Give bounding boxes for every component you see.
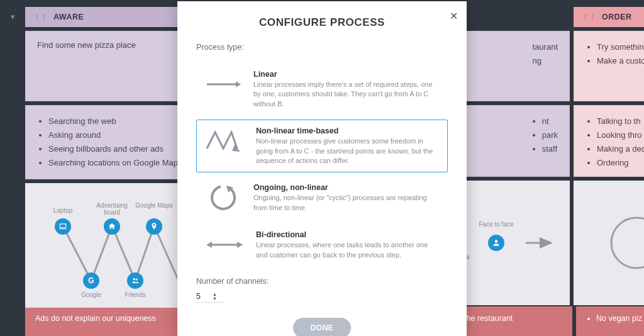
option-bidirectional[interactable]: Bi-directionalLinear processes, where on… bbox=[196, 223, 448, 267]
option-desc: Linear processes imply there's a set of … bbox=[253, 80, 440, 109]
option-title: Ongoing, non-linear bbox=[253, 183, 440, 192]
zigzag-arrow-icon bbox=[204, 126, 245, 155]
option-nonlinear-time-based[interactable]: Non-linear time-basedNon-linear processe… bbox=[196, 120, 448, 172]
number-stepper[interactable]: ▲▼ bbox=[213, 292, 217, 301]
process-type-label: Process type: bbox=[196, 43, 448, 52]
linear-arrow-icon bbox=[204, 70, 242, 99]
chevron-up-icon[interactable]: ▲ bbox=[213, 292, 217, 296]
modal-title: CONFIGURE PROCESS bbox=[196, 16, 448, 29]
modal-overlay: ✕ CONFIGURE PROCESS Process type: Linear… bbox=[0, 0, 644, 336]
option-title: Non-linear time-based bbox=[256, 126, 440, 135]
num-channels-value: 5 bbox=[196, 292, 209, 301]
configure-process-modal: ✕ CONFIGURE PROCESS Process type: Linear… bbox=[177, 1, 467, 336]
double-arrow-icon bbox=[204, 230, 245, 259]
option-title: Bi-directional bbox=[256, 230, 440, 239]
option-desc: Non-linear processes give customers some… bbox=[256, 137, 440, 165]
option-title: Linear bbox=[253, 70, 440, 79]
option-linear[interactable]: LinearLinear processes imply there's a s… bbox=[196, 63, 448, 116]
num-channels-input[interactable]: 5 ▲▼ bbox=[196, 291, 224, 303]
cycle-arrow-icon bbox=[204, 183, 242, 212]
option-ongoing-nonlinear[interactable]: Ongoing, non-linearOngoing, non-linear (… bbox=[196, 176, 448, 220]
svg-point-9 bbox=[208, 182, 239, 213]
option-desc: Ongoing, non-linear (or "cyclic") proces… bbox=[253, 193, 440, 213]
chevron-down-icon[interactable]: ▼ bbox=[213, 296, 217, 301]
close-icon[interactable]: ✕ bbox=[450, 10, 458, 22]
option-desc: Linear processes, where one tasks leads … bbox=[256, 240, 440, 260]
num-channels-label: Number of channels: bbox=[196, 277, 448, 286]
done-button[interactable]: DONE bbox=[293, 318, 352, 336]
